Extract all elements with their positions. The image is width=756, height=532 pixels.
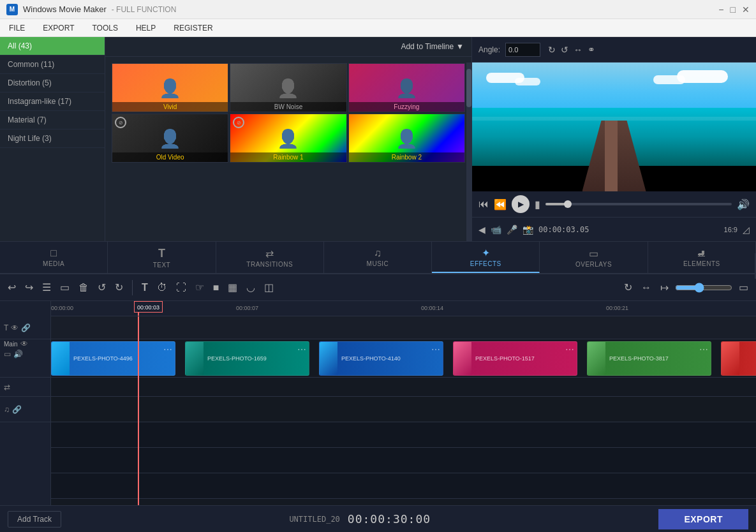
snapshot-icon[interactable]: ◀	[478, 225, 485, 235]
maximize-button[interactable]: □	[730, 4, 736, 15]
redo-btn[interactable]: ↪	[22, 279, 36, 296]
window-controls[interactable]: − □ ✕	[718, 4, 750, 15]
tab-music[interactable]: ♫ MUSIC	[324, 242, 432, 273]
tab-elements[interactable]: ⛸ ELEMENTS	[648, 242, 756, 273]
detach-btn[interactable]: ▭	[57, 279, 72, 296]
forward-btn[interactable]: ↻	[112, 279, 126, 296]
camera-icon[interactable]: 📸	[523, 225, 533, 235]
timeline-tracks[interactable]: PEXELS-PHOTO-4496 ⋯ PEXELS-PHOTO-1659 ⋯	[51, 316, 756, 505]
menu-export[interactable]: EXPORT	[34, 19, 83, 36]
effect-fuzzying[interactable]: 👤 Fuzzying	[348, 63, 465, 112]
add-to-timeline-btn[interactable]: Add to Timeline ▼	[401, 42, 464, 51]
text-track-link-icon[interactable]: 🔗	[21, 323, 31, 332]
split-btn[interactable]: ⛶	[174, 279, 189, 296]
ruler-mark-21: 00:00:21	[606, 305, 628, 311]
preview-panel: Angle: ↻ ↺ ↔ ⚭	[472, 37, 756, 241]
sidebar-item-all[interactable]: All (43)	[0, 37, 105, 55]
app-subtitle: - FULL FUNCTION	[112, 5, 177, 14]
grid-btn[interactable]: ◫	[262, 279, 276, 296]
text-track-icon[interactable]: T	[4, 323, 8, 332]
audio-track-row-4	[51, 473, 756, 499]
undo-btn[interactable]: ↩	[5, 279, 19, 296]
text-track-eye-icon[interactable]: 👁	[11, 323, 19, 332]
sidebar-item-distortion[interactable]: Distortion (5)	[0, 74, 105, 92]
fullscreen-btn[interactable]: ◿	[743, 225, 750, 235]
sidebar-item-nightlife[interactable]: Night Life (3)	[0, 129, 105, 148]
main-track-video-icon[interactable]: ▭	[4, 350, 11, 358]
fx-track-row	[51, 378, 756, 397]
effects-scrollbar-thumb[interactable]	[466, 69, 471, 107]
settings-btn[interactable]: ☰	[40, 279, 54, 296]
zoom-fit-btn[interactable]: ▭	[736, 279, 751, 296]
menu-tools[interactable]: TOOLS	[83, 19, 126, 36]
clip-5[interactable]: PEXELS-PHOTO-3817 ⋯	[587, 341, 711, 376]
audio-note-icon[interactable]: ♫	[4, 405, 10, 414]
crop-tl-btn[interactable]: ▦	[225, 279, 240, 296]
tab-overlays[interactable]: ▭ OVERLAYS	[540, 242, 648, 273]
progress-bar[interactable]	[545, 203, 732, 205]
clip-2[interactable]: PEXELS-PHOTO-1659 ⋯	[185, 341, 309, 376]
play-button[interactable]: ▶	[512, 195, 530, 213]
effect-oldvideo[interactable]: 👤 ⊘ Old Video	[112, 114, 228, 163]
mask-btn[interactable]: ◡	[244, 279, 258, 296]
clip-5-menu[interactable]: ⋯	[699, 344, 708, 355]
minimize-button[interactable]: −	[718, 4, 723, 15]
effect-rainbow2[interactable]: 👤 Rainbow 2	[348, 114, 465, 163]
clip-1-menu[interactable]: ⋯	[163, 344, 172, 355]
stop-btn[interactable]: ▮	[535, 198, 540, 211]
tab-media[interactable]: □ MEDIA	[0, 242, 108, 273]
zoom-slider[interactable]	[675, 283, 732, 293]
effect-bwnoise-label: BW Noise	[230, 102, 346, 112]
fx-icon[interactable]: ⇄	[4, 383, 10, 392]
loop-btn[interactable]: ↻	[621, 279, 635, 296]
clip-6[interactable]	[721, 341, 756, 376]
crop-icon[interactable]: ⚭	[588, 45, 595, 55]
fit-btn[interactable]: ↦	[658, 279, 671, 296]
tab-transitions[interactable]: ⇄ TRANSITIONS	[216, 242, 324, 273]
reverse-btn[interactable]: ↺	[95, 279, 108, 296]
sidebar-item-instagram[interactable]: Instagram-like (17)	[0, 92, 105, 111]
clip-3-menu[interactable]: ⋯	[431, 344, 440, 355]
tab-effects[interactable]: ✦ EFFECTS	[432, 242, 540, 273]
timer-btn[interactable]: ⏱	[154, 279, 170, 296]
effect-bwnoise[interactable]: 👤 BW Noise	[230, 63, 346, 112]
main-track-audio-icon[interactable]: 🔊	[13, 350, 23, 358]
record-video-icon[interactable]: 📹	[491, 225, 501, 235]
main-track-eye-icon[interactable]: 👁	[20, 339, 28, 348]
effects-scrollbar[interactable]	[466, 63, 471, 241]
close-button[interactable]: ✕	[742, 4, 750, 15]
audio-link-icon[interactable]: 🔗	[12, 405, 22, 414]
tab-text[interactable]: T TEXT	[108, 242, 216, 273]
skip-start-btn[interactable]: ⏮	[478, 198, 489, 210]
color-btn[interactable]: ■	[211, 279, 222, 296]
rotate-right-icon[interactable]: ↺	[561, 45, 568, 55]
clip-2-menu[interactable]: ⋯	[297, 344, 306, 355]
text-overlay-btn[interactable]: T	[139, 279, 151, 296]
clip-3[interactable]: PEXELS-PHOTO-4140 ⋯	[319, 341, 443, 376]
add-track-button[interactable]: Add Track	[8, 511, 61, 528]
clip-4-menu[interactable]: ⋯	[565, 344, 574, 355]
effect-rainbow1[interactable]: 👤 ⊘ Rainbow 1	[230, 114, 346, 163]
sidebar-item-common[interactable]: Common (11)	[0, 55, 105, 74]
effect-fuzzying-label: Fuzzying	[349, 102, 464, 112]
mic-icon[interactable]: 🎤	[507, 225, 517, 235]
export-button[interactable]: EXPORT	[658, 509, 748, 529]
motion-btn[interactable]: ☞	[193, 279, 207, 296]
clip-4[interactable]: PEXELS-PHOTO-1517 ⋯	[453, 341, 577, 376]
delete-btn[interactable]: 🗑	[76, 279, 91, 296]
aspect-ratio-btn[interactable]: 16:9	[724, 226, 737, 233]
flip-icon[interactable]: ↔	[574, 45, 582, 55]
effect-oldvideo-label: Old Video	[112, 152, 228, 162]
menu-register[interactable]: REGISTER	[165, 19, 221, 36]
clip-1[interactable]: PEXELS-PHOTO-4496 ⋯	[51, 341, 175, 376]
menu-file[interactable]: FILE	[0, 19, 34, 36]
step-back-btn[interactable]: ⏪	[494, 198, 507, 211]
menu-help[interactable]: HELP	[127, 19, 165, 36]
effect-vivid[interactable]: 👤 Vivid	[112, 63, 228, 112]
expand-btn[interactable]: ↔	[639, 279, 654, 296]
angle-input[interactable]	[505, 43, 540, 57]
track-playhead	[138, 316, 139, 505]
volume-icon[interactable]: 🔊	[737, 198, 750, 211]
rotate-left-icon[interactable]: ↻	[548, 45, 556, 55]
sidebar-item-material[interactable]: Material (7)	[0, 111, 105, 129]
